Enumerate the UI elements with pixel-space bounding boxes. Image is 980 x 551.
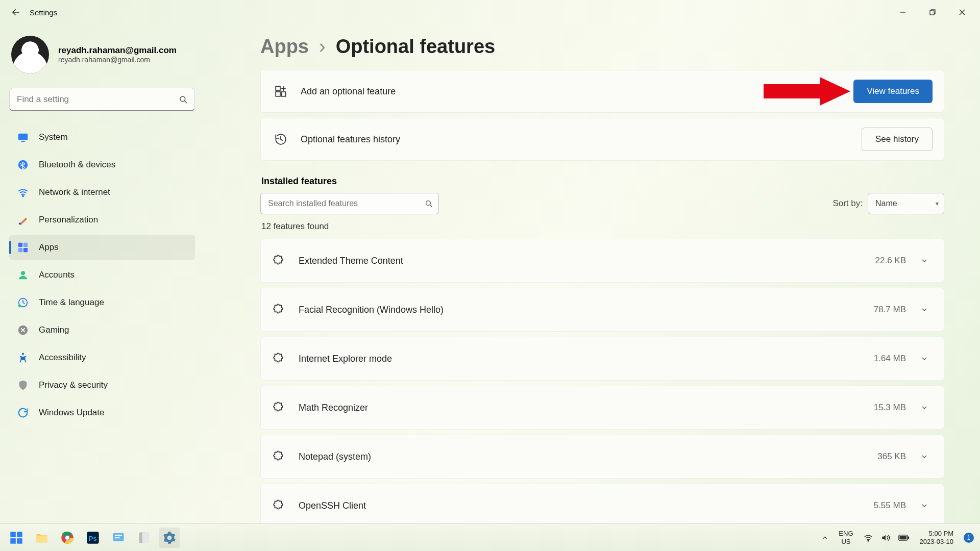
sort-label: Sort by: xyxy=(832,198,863,209)
wifi-icon xyxy=(16,186,30,199)
nav-accounts[interactable]: Accounts xyxy=(9,262,195,288)
tray-date: 2023-03-10 xyxy=(920,538,954,546)
puzzle-icon xyxy=(272,352,286,366)
maximize-button[interactable] xyxy=(918,3,947,22)
see-history-button[interactable]: See history xyxy=(862,128,933,151)
svg-rect-9 xyxy=(21,141,24,142)
sort-select[interactable]: Name ▾ xyxy=(868,193,944,214)
file-explorer-button[interactable] xyxy=(32,528,52,548)
installed-search-input[interactable] xyxy=(260,193,439,214)
nav-apps[interactable]: Apps xyxy=(9,235,195,260)
nav-label: Personalization xyxy=(39,215,98,225)
feature-size: 22.6 KB xyxy=(875,256,906,266)
nav-accessibility[interactable]: Accessibility xyxy=(9,345,195,370)
content: Apps › Optional features Add an optional… xyxy=(204,24,980,523)
avatar xyxy=(11,36,49,73)
apps-icon xyxy=(16,241,30,254)
nav-label: Accounts xyxy=(39,270,75,280)
nav-update[interactable]: Windows Update xyxy=(9,400,195,425)
filter-row: Sort by: Name ▾ xyxy=(260,193,944,214)
nav-label: Bluetooth & devices xyxy=(39,160,115,170)
svg-rect-24 xyxy=(281,92,286,96)
chevron-down-icon xyxy=(920,306,928,314)
feature-row[interactable]: Extended Theme Content 22.6 KB xyxy=(260,239,944,283)
nav-time[interactable]: Time & language xyxy=(9,290,195,315)
history-icon xyxy=(272,131,289,148)
nav-personalization[interactable]: Personalization xyxy=(9,207,195,233)
gaming-icon xyxy=(16,323,30,337)
svg-rect-3 xyxy=(930,11,934,15)
svg-rect-32 xyxy=(10,538,15,544)
chrome-button[interactable] xyxy=(57,528,78,548)
nav-privacy[interactable]: Privacy & security xyxy=(9,372,195,398)
svg-rect-34 xyxy=(37,536,47,542)
card-history: Optional features history See history xyxy=(260,118,944,161)
breadcrumb-parent[interactable]: Apps xyxy=(260,36,309,58)
svg-rect-15 xyxy=(18,248,22,252)
page-title: Optional features xyxy=(336,36,496,58)
feature-row[interactable]: OpenSSH Client 5.55 MB xyxy=(260,484,944,523)
nav-gaming[interactable]: Gaming xyxy=(9,317,195,343)
profile-block[interactable]: reyadh.rahaman@gmail.com reyadh.rahaman@… xyxy=(9,34,195,85)
puzzle-icon xyxy=(272,400,286,415)
tray-chevron-up-icon[interactable] xyxy=(821,534,828,541)
accounts-icon xyxy=(16,268,30,282)
photoshop-button[interactable]: Ps xyxy=(83,528,103,548)
close-button[interactable] xyxy=(947,3,977,22)
svg-point-10 xyxy=(18,160,28,169)
taskbar: Ps ENG US 5:00 PM 2023-03-10 1 xyxy=(0,523,980,551)
chevron-down-icon xyxy=(920,257,928,265)
photoshop-icon: Ps xyxy=(86,531,100,545)
windows-icon xyxy=(9,531,23,545)
sort-value: Name xyxy=(875,199,897,208)
nav-network[interactable]: Network & internet xyxy=(9,180,195,205)
svg-rect-40 xyxy=(113,533,124,541)
feature-size: 5.55 MB xyxy=(874,500,906,511)
chevron-right-icon: › xyxy=(319,36,326,58)
svg-rect-16 xyxy=(23,248,28,252)
back-button[interactable] xyxy=(6,3,26,22)
chevron-down-icon xyxy=(920,453,928,461)
minimize-icon xyxy=(900,9,906,15)
battery-tray-icon xyxy=(898,534,910,541)
settings-search-input[interactable] xyxy=(9,88,195,111)
svg-marker-46 xyxy=(882,535,886,540)
system-icon xyxy=(16,131,30,144)
clock[interactable]: 5:00 PM 2023-03-10 xyxy=(920,530,954,545)
svg-rect-48 xyxy=(908,536,909,539)
notifications-badge[interactable]: 1 xyxy=(964,533,974,543)
feature-row[interactable]: Facial Recognition (Windows Hello) 78.7 … xyxy=(260,288,944,332)
installed-section-title: Installed features xyxy=(261,176,944,187)
chevron-down-icon: ▾ xyxy=(936,200,939,207)
puzzle-icon xyxy=(272,498,286,513)
svg-point-17 xyxy=(21,271,25,275)
svg-point-19 xyxy=(18,305,21,308)
svg-rect-42 xyxy=(115,537,119,538)
chevron-down-icon xyxy=(920,404,928,412)
nav-system[interactable]: System xyxy=(9,124,195,150)
app-task-2[interactable] xyxy=(134,528,154,548)
features-count: 12 features found xyxy=(261,221,944,232)
feature-size: 1.64 MB xyxy=(874,354,906,364)
feature-row[interactable]: Math Recognizer 15.3 MB xyxy=(260,386,944,430)
chrome-icon xyxy=(60,531,75,545)
card-add-feature: Add an optional feature View features xyxy=(260,70,944,113)
minimize-button[interactable] xyxy=(888,3,918,22)
svg-rect-8 xyxy=(18,134,28,140)
shield-icon xyxy=(16,379,30,392)
feature-row[interactable]: Internet Explorer mode 1.64 MB xyxy=(260,337,944,381)
update-icon xyxy=(16,406,30,419)
window-controls xyxy=(888,3,977,22)
view-features-button[interactable]: View features xyxy=(853,80,933,103)
clock-icon xyxy=(16,296,30,309)
app-task-1[interactable] xyxy=(108,528,129,548)
start-button[interactable] xyxy=(6,528,27,548)
settings-task-button[interactable] xyxy=(159,528,180,548)
nav-bluetooth[interactable]: Bluetooth & devices xyxy=(9,152,195,178)
system-tray[interactable] xyxy=(864,533,910,542)
puzzle-icon xyxy=(272,254,286,268)
feature-row[interactable]: Notepad (system) 365 KB xyxy=(260,435,944,479)
svg-marker-27 xyxy=(764,77,850,106)
language-indicator[interactable]: ENG US xyxy=(839,530,853,545)
svg-point-21 xyxy=(22,353,24,355)
